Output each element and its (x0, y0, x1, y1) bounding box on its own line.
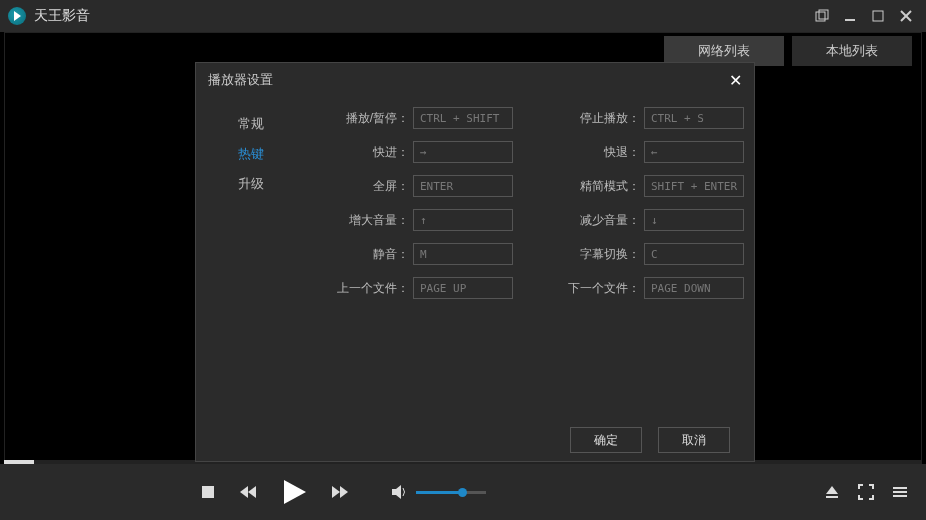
minimize-button[interactable] (838, 4, 862, 28)
svg-rect-0 (816, 12, 825, 21)
hotkey-label: 精简模式： (580, 178, 640, 195)
dialog-footer: 确定 取消 (196, 417, 754, 463)
svg-marker-8 (240, 486, 248, 498)
hotkey-input[interactable] (413, 175, 513, 197)
maximize-button[interactable] (866, 4, 890, 28)
svg-marker-10 (332, 486, 340, 498)
app-logo-icon (8, 7, 26, 25)
svg-rect-1 (819, 10, 828, 19)
cancel-button[interactable]: 取消 (658, 427, 730, 453)
tab-local-list[interactable]: 本地列表 (792, 36, 912, 66)
hotkey-cell: 增大音量： (306, 209, 513, 231)
hotkey-label: 停止播放： (580, 110, 640, 127)
hotkey-input[interactable] (644, 175, 744, 197)
title-bar: 天王影音 (0, 0, 926, 32)
rewind-button[interactable] (238, 484, 258, 500)
popout-icon[interactable] (810, 4, 834, 28)
svg-marker-9 (284, 480, 306, 504)
hotkey-cell: 精简模式： (537, 175, 744, 197)
hotkey-panel: 播放/暂停：停止播放：快进：快退：全屏：精简模式：增大音量：减少音量：静音：字幕… (306, 97, 754, 417)
svg-rect-6 (202, 486, 214, 498)
hotkey-label: 下一个文件： (568, 280, 640, 297)
hotkey-label: 上一个文件： (337, 280, 409, 297)
svg-marker-7 (248, 486, 256, 498)
hotkey-label: 全屏： (373, 178, 409, 195)
hotkey-cell: 上一个文件： (306, 277, 513, 299)
forward-button[interactable] (330, 484, 350, 500)
svg-rect-17 (893, 495, 907, 497)
hotkey-input[interactable] (413, 277, 513, 299)
hotkey-input[interactable] (644, 107, 744, 129)
hotkey-label: 静音： (373, 246, 409, 263)
volume-control (392, 485, 486, 499)
volume-icon[interactable] (392, 485, 408, 499)
stop-button[interactable] (200, 484, 216, 500)
hotkey-label: 播放/暂停： (346, 110, 409, 127)
sidebar-item-general[interactable]: 常规 (196, 109, 306, 139)
dialog-close-button[interactable]: ✕ (729, 71, 742, 90)
close-window-button[interactable] (894, 4, 918, 28)
svg-rect-15 (893, 487, 907, 489)
hotkey-cell: 播放/暂停： (306, 107, 513, 129)
hotkey-cell: 全屏： (306, 175, 513, 197)
play-button[interactable] (280, 478, 308, 506)
svg-rect-14 (826, 496, 838, 498)
hotkey-label: 快退： (604, 144, 640, 161)
fullscreen-button[interactable] (858, 484, 874, 500)
ok-button[interactable]: 确定 (570, 427, 642, 453)
hotkey-label: 字幕切换： (580, 246, 640, 263)
svg-marker-13 (826, 486, 838, 494)
eject-button[interactable] (824, 485, 840, 499)
hotkey-cell: 减少音量： (537, 209, 744, 231)
hotkey-cell: 快进： (306, 141, 513, 163)
svg-rect-3 (873, 11, 883, 21)
svg-rect-16 (893, 491, 907, 493)
more-menu-button[interactable] (892, 486, 908, 498)
hotkey-input[interactable] (644, 277, 744, 299)
sidebar-item-upgrade[interactable]: 升级 (196, 169, 306, 199)
settings-dialog: 播放器设置 ✕ 常规 热键 升级 播放/暂停：停止播放：快进：快退：全屏：精简模… (195, 62, 755, 462)
dialog-titlebar: 播放器设置 ✕ (196, 63, 754, 97)
svg-marker-12 (392, 485, 401, 499)
hotkey-input[interactable] (644, 209, 744, 231)
hotkey-cell: 下一个文件： (537, 277, 744, 299)
hotkey-cell: 停止播放： (537, 107, 744, 129)
hotkey-input[interactable] (413, 107, 513, 129)
hotkey-input[interactable] (413, 243, 513, 265)
hotkey-input[interactable] (644, 243, 744, 265)
hotkey-cell: 静音： (306, 243, 513, 265)
hotkey-label: 减少音量： (580, 212, 640, 229)
volume-slider[interactable] (416, 491, 486, 494)
hotkey-label: 快进： (373, 144, 409, 161)
sidebar-item-hotkey[interactable]: 热键 (196, 139, 306, 169)
svg-marker-11 (340, 486, 348, 498)
settings-sidebar: 常规 热键 升级 (196, 97, 306, 417)
dialog-title-text: 播放器设置 (208, 71, 273, 89)
hotkey-input[interactable] (644, 141, 744, 163)
hotkey-label: 增大音量： (349, 212, 409, 229)
hotkey-cell: 快退： (537, 141, 744, 163)
hotkey-input[interactable] (413, 141, 513, 163)
player-controls (0, 464, 926, 520)
hotkey-cell: 字幕切换： (537, 243, 744, 265)
hotkey-input[interactable] (413, 209, 513, 231)
app-title: 天王影音 (34, 7, 806, 25)
